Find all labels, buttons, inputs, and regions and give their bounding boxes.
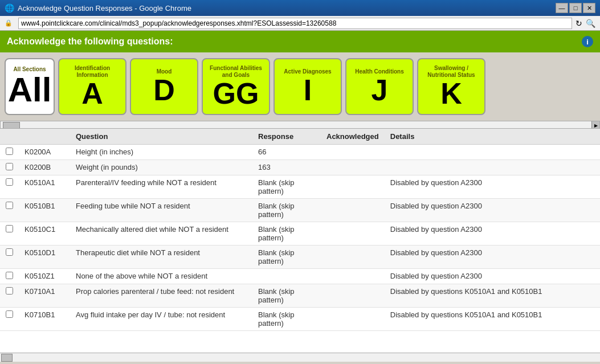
row-acknowledged: [321, 269, 385, 284]
scrollbar-arrow-right[interactable]: ▶: [591, 121, 599, 129]
tab-mood[interactable]: Mood D: [130, 58, 198, 115]
row-code: K0200A: [19, 145, 70, 160]
row-code: K0200B: [19, 160, 70, 175]
table-row: K0510A1Parenteral/IV feeding while NOT a…: [0, 175, 600, 199]
col-header-check: [0, 129, 19, 145]
row-response: Blank (skip pattern): [252, 175, 321, 199]
table-row: K0510B1Feeding tube while NOT a resident…: [0, 199, 600, 222]
bottom-scrollbar-thumb[interactable]: [1, 354, 13, 362]
tab-all-sections[interactable]: All Sections All: [5, 58, 55, 115]
row-response: Blank (skip pattern): [252, 199, 321, 222]
row-acknowledged: [321, 308, 385, 331]
row-details: Disabled by questions K0510A1 and K0510B…: [385, 308, 600, 331]
tab-functional-label: Functional Abilities and Goals: [203, 63, 269, 79]
row-details: Disabled by question A2300: [385, 199, 600, 222]
tab-identification[interactable]: Identification Information A: [58, 58, 126, 115]
row-question: Weight (in pounds): [70, 160, 252, 175]
url-input[interactable]: [18, 18, 572, 29]
col-header-question: Question: [70, 129, 252, 145]
tab-functional[interactable]: Functional Abilities and Goals GG: [202, 58, 270, 115]
row-checkbox[interactable]: [6, 178, 13, 186]
row-code: K0510Z1: [19, 269, 70, 284]
tab-swallowing[interactable]: Swallowing / Nutritional Status K: [417, 58, 485, 115]
row-acknowledged: [321, 160, 385, 175]
close-button[interactable]: ✕: [583, 3, 595, 13]
table-row: K0200BWeight (in pounds)163: [0, 160, 600, 175]
tab-health-letter: J: [372, 75, 388, 107]
row-checkbox[interactable]: [6, 310, 13, 318]
row-question: Height (in inches): [70, 145, 252, 160]
table-row: K0510Z1None of the above while NOT a res…: [0, 269, 600, 284]
maximize-button[interactable]: □: [569, 3, 582, 13]
row-question: Avg fluid intake per day IV / tube: not …: [70, 308, 252, 331]
tab-diagnoses[interactable]: Active Diagnoses I: [274, 58, 342, 115]
table-row: K0200AHeight (in inches)66: [0, 145, 600, 160]
horizontal-scrollbar[interactable]: ▶: [0, 121, 600, 129]
tab-health[interactable]: Health Conditions J: [345, 58, 414, 115]
row-code: K0510B1: [19, 199, 70, 222]
page-title: Acknowledge the following questions:: [7, 36, 173, 47]
row-acknowledged: [321, 175, 385, 199]
col-header-acknowledged: Acknowledged: [321, 129, 385, 145]
tab-all-sections-letter: All: [8, 73, 52, 109]
page-header: Acknowledge the following questions: i: [0, 31, 600, 52]
row-details: Disabled by questions K0510A1 and K0510B…: [385, 284, 600, 308]
row-checkbox-cell: [0, 308, 19, 331]
row-code: K0510D1: [19, 246, 70, 269]
row-details: [385, 160, 600, 175]
row-checkbox-cell: [0, 222, 19, 246]
row-checkbox-cell: [0, 160, 19, 175]
row-checkbox[interactable]: [6, 225, 13, 232]
scrollbar-thumb[interactable]: [3, 122, 20, 129]
row-checkbox[interactable]: [6, 287, 13, 295]
row-checkbox[interactable]: [6, 202, 13, 209]
row-checkbox[interactable]: [6, 148, 13, 155]
row-acknowledged: [321, 284, 385, 308]
row-checkbox-cell: [0, 199, 19, 222]
title-bar-controls[interactable]: — □ ✕: [556, 3, 595, 13]
row-response: Blank (skip pattern): [252, 222, 321, 246]
tab-identification-label: Identification Information: [59, 63, 125, 79]
tab-diagnoses-letter: I: [304, 75, 312, 107]
tab-swallowing-letter: K: [440, 79, 462, 111]
row-details: Disabled by question A2300: [385, 246, 600, 269]
questions-table-container: Question Response Acknowledged Details K…: [0, 129, 600, 353]
lock-icon: 🔒: [5, 19, 13, 27]
row-checkbox[interactable]: [6, 272, 13, 279]
title-bar-left: 🌐 Acknowledge Question Responses - Googl…: [5, 3, 191, 13]
bottom-scrollbar[interactable]: [0, 353, 600, 362]
row-response: [252, 269, 321, 284]
row-acknowledged: [321, 199, 385, 222]
row-checkbox-cell: [0, 145, 19, 160]
row-question: Feeding tube while NOT a resident: [70, 199, 252, 222]
row-details: Disabled by question A2300: [385, 269, 600, 284]
row-details: [385, 145, 600, 160]
minimize-button[interactable]: —: [556, 3, 568, 13]
row-details: Disabled by question A2300: [385, 175, 600, 199]
row-checkbox[interactable]: [6, 163, 13, 170]
tab-mood-letter: D: [153, 75, 175, 107]
search-icon[interactable]: 🔍: [586, 19, 595, 28]
row-response: 163: [252, 160, 321, 175]
tab-functional-letter: GG: [213, 79, 259, 111]
table-row: K0510C1Mechanically altered diet while N…: [0, 222, 600, 246]
refresh-icon[interactable]: ↻: [575, 19, 582, 28]
row-acknowledged: [321, 222, 385, 246]
info-icon-button[interactable]: i: [582, 36, 593, 47]
col-header-code: [19, 129, 70, 145]
tab-swallowing-label: Swallowing / Nutritional Status: [418, 63, 484, 79]
row-checkbox-cell: [0, 284, 19, 308]
row-question: Parenteral/IV feeding while NOT a reside…: [70, 175, 252, 199]
row-code: K0710A1: [19, 284, 70, 308]
row-code: K0510C1: [19, 222, 70, 246]
row-checkbox-cell: [0, 269, 19, 284]
section-tabs: All Sections All Identification Informat…: [0, 52, 600, 121]
row-acknowledged: [321, 246, 385, 269]
row-checkbox[interactable]: [6, 248, 13, 256]
row-code: K0510A1: [19, 175, 70, 199]
address-bar: 🔒 ↻ 🔍: [0, 16, 600, 31]
row-response: 66: [252, 145, 321, 160]
table-header-row: Question Response Acknowledged Details: [0, 129, 600, 145]
table-row: K0710A1Prop calories parenteral / tube f…: [0, 284, 600, 308]
window-title: Acknowledge Question Responses - Google …: [18, 4, 191, 13]
